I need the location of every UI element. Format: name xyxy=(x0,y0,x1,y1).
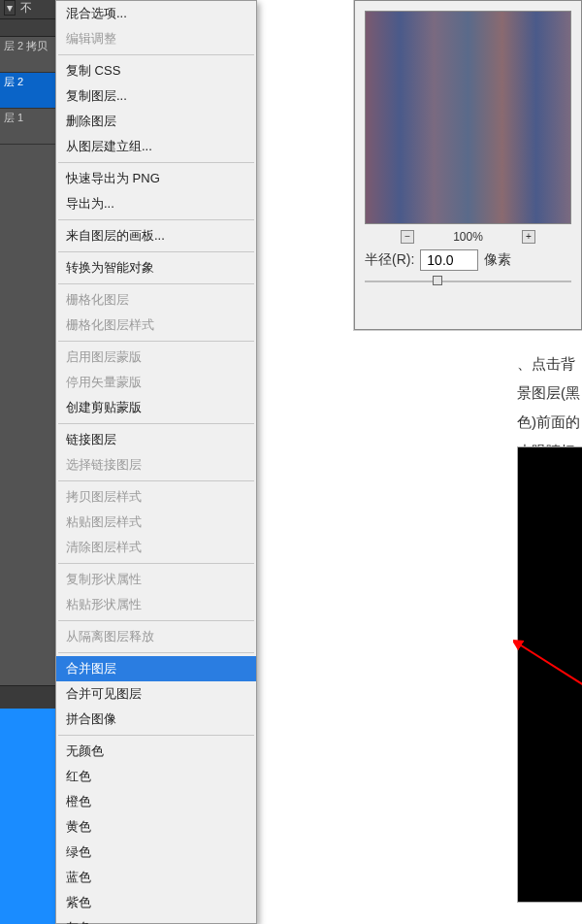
radius-input[interactable] xyxy=(420,249,478,271)
menu-item[interactable]: 橙色 xyxy=(56,789,256,814)
menu-item[interactable]: 无颜色 xyxy=(56,739,256,764)
layers-toolbar xyxy=(0,19,55,37)
layer-context-menu[interactable]: 混合选项...编辑调整复制 CSS复制图层...删除图层从图层建立组...快速导… xyxy=(55,0,257,924)
menu-item[interactable]: 拼合图像 xyxy=(56,707,256,732)
menu-separator xyxy=(58,480,254,481)
menu-separator xyxy=(58,162,254,163)
layers-panel: ▾ 不 层 2 拷贝层 2层 1 xyxy=(0,0,55,709)
zoom-controls: − 100% + xyxy=(355,224,581,249)
menu-item: 栅格化图层 xyxy=(56,287,256,313)
radius-slider[interactable] xyxy=(365,275,571,288)
blend-mode-select[interactable]: ▾ xyxy=(4,0,16,16)
menu-item: 清除图层样式 xyxy=(56,535,256,560)
menu-separator xyxy=(58,341,254,342)
menu-item[interactable]: 来自图层的画板... xyxy=(56,223,256,248)
menu-item: 启用图层蒙版 xyxy=(56,345,256,370)
menu-item[interactable]: 紫色 xyxy=(56,890,256,915)
menu-separator xyxy=(58,735,254,736)
menu-item[interactable]: 灰色 xyxy=(56,915,256,924)
blur-preview xyxy=(365,11,571,224)
menu-item[interactable]: 蓝色 xyxy=(56,865,256,890)
menu-item: 复制形状属性 xyxy=(56,567,256,592)
menu-item[interactable]: 复制 CSS xyxy=(56,58,256,83)
menu-separator xyxy=(58,219,254,220)
menu-separator xyxy=(58,563,254,564)
menu-item[interactable]: 导出为... xyxy=(56,191,256,216)
menu-separator xyxy=(58,283,254,284)
menu-item: 编辑调整 xyxy=(56,26,256,51)
layers-footer xyxy=(0,685,55,709)
menu-item: 选择链接图层 xyxy=(56,452,256,478)
menu-item[interactable]: 转换为智能对象 xyxy=(56,255,256,280)
menu-separator xyxy=(58,54,254,55)
menu-separator xyxy=(58,620,254,621)
menu-item[interactable]: 绿色 xyxy=(56,840,256,865)
menu-item: 粘贴形状属性 xyxy=(56,592,256,617)
menu-item: 停用矢量蒙版 xyxy=(56,370,256,395)
gaussian-blur-dialog: − 100% + 半径(R): 像素 xyxy=(354,0,582,330)
zoom-in-button[interactable]: + xyxy=(522,230,535,244)
menu-item[interactable]: 快速导出为 PNG xyxy=(56,166,256,191)
menu-item[interactable]: 合并可见图层 xyxy=(56,681,256,707)
menu-item[interactable]: 链接图层 xyxy=(56,427,256,452)
menu-item[interactable]: 红色 xyxy=(56,764,256,789)
radius-unit: 像素 xyxy=(484,251,511,269)
layer-row[interactable]: 层 2 拷贝 xyxy=(0,37,55,73)
slider-thumb[interactable] xyxy=(433,276,442,285)
result-preview: jb51.net 脚本之家 xyxy=(517,446,582,903)
menu-item[interactable]: 从图层建立组... xyxy=(56,134,256,159)
menu-separator xyxy=(58,251,254,252)
menu-item[interactable]: 复制图层... xyxy=(56,83,256,109)
menu-item[interactable]: 删除图层 xyxy=(56,109,256,134)
menu-item: 粘贴图层样式 xyxy=(56,510,256,535)
zoom-value: 100% xyxy=(453,230,483,244)
layer-row[interactable]: 层 2 xyxy=(0,73,55,109)
radius-row: 半径(R): 像素 xyxy=(355,249,581,271)
menu-separator xyxy=(58,652,254,653)
menu-item[interactable]: 创建剪贴蒙版 xyxy=(56,395,256,420)
menu-item[interactable]: 合并图层 xyxy=(56,656,256,681)
slider-track xyxy=(365,280,571,282)
radius-label: 半径(R): xyxy=(365,251,414,269)
layers-panel-header: ▾ 不 xyxy=(0,0,55,19)
right-area: − 100% + 半径(R): 像素 、点击背景图层(黑色)前面的小眼睛把它设置… xyxy=(257,0,582,924)
menu-separator xyxy=(58,423,254,424)
menu-item[interactable]: 黄色 xyxy=(56,814,256,840)
layers-list: 层 2 拷贝层 2层 1 xyxy=(0,37,55,145)
blend-mode-label: 不 xyxy=(20,1,32,15)
menu-item: 拷贝图层样式 xyxy=(56,484,256,510)
zoom-out-button[interactable]: − xyxy=(401,230,414,244)
menu-item: 从隔离图层释放 xyxy=(56,624,256,649)
menu-item[interactable]: 混合选项... xyxy=(56,1,256,26)
menu-item: 栅格化图层样式 xyxy=(56,313,256,338)
layer-row[interactable]: 层 1 xyxy=(0,109,55,145)
